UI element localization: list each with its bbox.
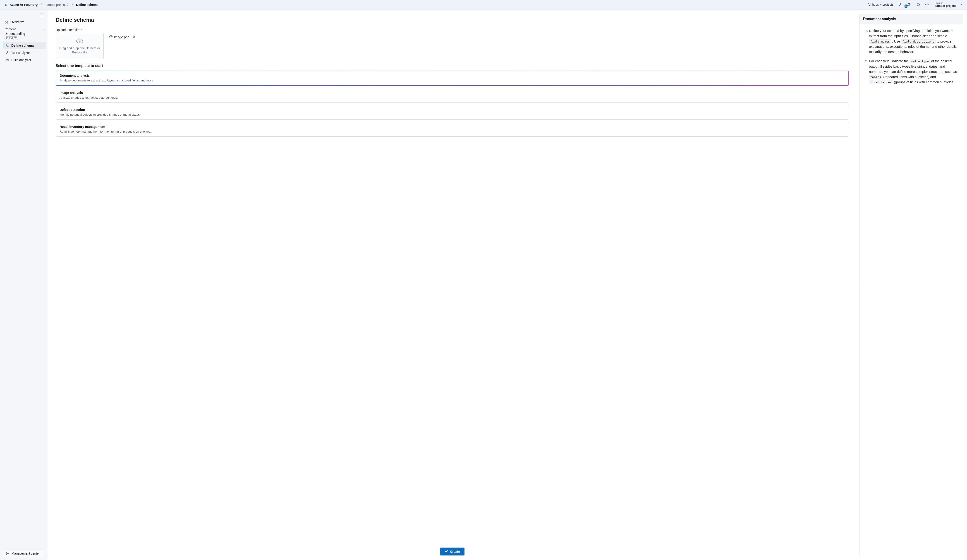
template-card[interactable]: Image analysisAnalyze images to extract …	[56, 88, 849, 103]
breadcrumb-current: Define schema	[76, 3, 99, 7]
home-icon	[5, 20, 8, 24]
svg-point-10	[858, 286, 858, 286]
dropzone-text: Drag and drop one file here or	[59, 46, 100, 50]
sidenav: Overview Content Understanding PREVIEW D…	[0, 10, 48, 560]
right-panel-header: Document analysis	[860, 14, 963, 24]
file-dropzone[interactable]: Drag and drop one file here or Browse fi…	[56, 33, 104, 59]
topbar-right: All hubs + projects 1 Project sample-pro…	[868, 2, 963, 8]
dropzone-browse: Browse file	[72, 51, 87, 54]
flask-icon	[5, 51, 9, 54]
svg-rect-3	[40, 14, 43, 16]
nav-test-analyzer[interactable]: Test analyzer	[3, 49, 46, 56]
breadcrumb-current-label: Define schema	[76, 3, 99, 7]
right-step-2: For each field, indicate the value type …	[869, 58, 959, 85]
smiley-icon[interactable]	[924, 2, 929, 7]
package-icon	[5, 58, 9, 62]
nav-define-schema-label: Define schema	[11, 44, 34, 47]
upload-field-label: Upload a test file *	[56, 28, 849, 32]
nav-test-analyzer-label: Test analyzer	[11, 51, 30, 54]
check-icon	[445, 549, 448, 553]
template-title: Image analysis	[59, 91, 845, 95]
svg-point-6	[7, 46, 8, 47]
svg-point-5	[7, 44, 7, 46]
announcement-badge: 1	[904, 5, 908, 8]
template-desc: Identify potential defects in provided i…	[59, 113, 845, 116]
right-step1-mid1: . Use	[892, 40, 901, 43]
project-picker-value: sample-project	[935, 4, 956, 8]
svg-point-0	[925, 3, 928, 6]
all-hubs-link[interactable]: All hubs + projects	[868, 3, 894, 7]
preview-badge: PREVIEW	[5, 36, 18, 40]
split-handle[interactable]	[857, 10, 859, 560]
nav-group-line2: Understanding	[5, 32, 39, 36]
breadcrumb-project[interactable]: sample-project	[45, 3, 69, 7]
nav-group-content-understanding[interactable]: Content Understanding PREVIEW	[2, 26, 46, 42]
template-title: Defect detection	[59, 108, 845, 112]
bell-icon[interactable]	[897, 2, 902, 7]
brand-name: Azure AI Foundry	[10, 3, 38, 7]
nav-overview-label: Overview	[10, 20, 23, 24]
gears-icon	[5, 44, 9, 47]
code-field-descriptions: field descriptions	[901, 40, 936, 44]
svg-point-9	[858, 285, 858, 285]
right-step2-post: (groups of fields with common subfields)…	[894, 80, 955, 84]
uploaded-file-row: image.png	[109, 35, 135, 39]
main-column: Define schema Upload a test file * Drag …	[48, 10, 857, 560]
chevron-updown-icon	[66, 3, 69, 7]
svg-point-8	[858, 284, 858, 285]
right-step1-pre: Define your schema by specifying the fie…	[869, 29, 952, 38]
breadcrumb-project-label: sample-project	[45, 3, 66, 7]
azure-logo-icon	[4, 3, 8, 7]
code-value-type: value type	[910, 59, 930, 63]
template-card[interactable]: Document analysisAnalyze documents to ex…	[56, 71, 849, 86]
right-step2-pre: For each field, indicate the	[869, 59, 910, 63]
upload-field-label-text: Upload a test file	[56, 28, 79, 32]
page-title: Define schema	[56, 17, 849, 23]
right-panel-body: Define your schema by specifying the fie…	[860, 24, 963, 89]
right-step-1: Define your schema by specifying the fie…	[869, 28, 959, 54]
select-template-heading: Select one template to start	[56, 64, 849, 68]
code-fixed-tables: fixed tables	[869, 80, 893, 84]
uploaded-filename: image.png	[114, 35, 129, 39]
template-desc: Retail inventory management for monitori…	[59, 130, 845, 133]
nav-group-line1: Content	[5, 27, 39, 31]
chevron-up-icon	[41, 28, 44, 31]
exit-icon	[6, 552, 9, 555]
template-title: Retail inventory management	[59, 125, 845, 128]
project-picker[interactable]: Project sample-project	[933, 2, 963, 8]
management-center-button[interactable]: Management center	[3, 550, 45, 557]
right-step2-mid2: (repeated items with subfields) and	[883, 75, 936, 79]
collapse-nav-button[interactable]	[40, 13, 43, 17]
chevron-down-icon	[960, 3, 963, 7]
template-title: Document analysis	[60, 74, 845, 77]
nav-build-analyzer[interactable]: Build analyzer	[3, 56, 46, 64]
template-card[interactable]: Defect detectionIdentify potential defec…	[56, 105, 849, 120]
svg-point-2	[927, 4, 927, 5]
gear-icon[interactable]	[916, 2, 921, 7]
delete-file-button[interactable]	[132, 35, 135, 39]
template-desc: Analyze images to extract structured fie…	[59, 96, 845, 99]
code-field-names: field names	[869, 40, 891, 44]
check-circle-icon	[109, 35, 113, 39]
svg-point-1	[926, 4, 926, 5]
breadcrumb-separator: /	[40, 3, 43, 7]
brand[interactable]: Azure AI Foundry	[4, 3, 38, 7]
topbar: Azure AI Foundry / sample-project / Defi…	[0, 0, 967, 10]
template-list: Document analysisAnalyze documents to ex…	[56, 71, 849, 137]
nav-build-analyzer-label: Build analyzer	[11, 58, 31, 62]
template-desc: Analyze documents to extract text, layou…	[60, 79, 845, 82]
required-asterisk: *	[81, 28, 82, 32]
content-area: Define schema Upload a test file * Drag …	[48, 10, 967, 560]
create-button[interactable]: Create	[440, 548, 464, 555]
nav-define-schema[interactable]: Define schema	[3, 42, 46, 49]
management-center-label: Management center	[12, 552, 40, 555]
template-card[interactable]: Retail inventory managementRetail invent…	[56, 122, 849, 137]
cloud-upload-icon	[75, 38, 84, 45]
create-button-label: Create	[450, 550, 460, 553]
breadcrumb-separator: /	[71, 3, 74, 7]
nav-overview[interactable]: Overview	[2, 18, 46, 26]
code-tables: tables	[869, 75, 882, 79]
right-panel: Document analysis Define your schema by …	[859, 14, 964, 557]
megaphone-button[interactable]: 1	[906, 2, 912, 7]
